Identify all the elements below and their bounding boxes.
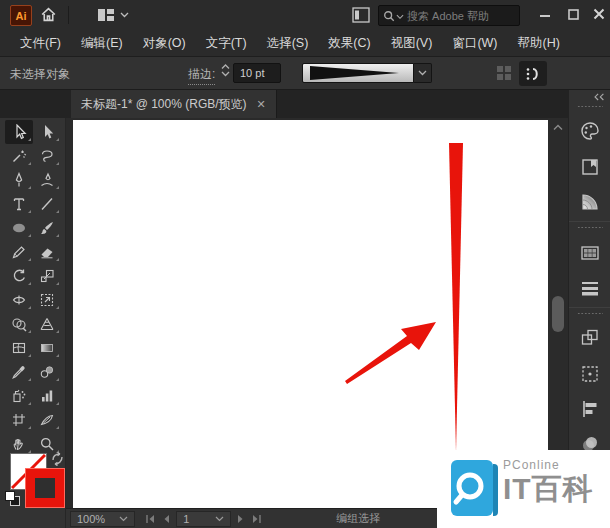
- dock-drag-handle[interactable]: [577, 226, 603, 230]
- titlebar-divider: [68, 6, 69, 24]
- tool-selection[interactable]: [5, 120, 33, 144]
- tool-pencil[interactable]: [5, 240, 33, 264]
- tool-ellipse[interactable]: [5, 216, 33, 240]
- tool-mesh[interactable]: [5, 336, 33, 360]
- watermark-title: IT百科: [503, 472, 594, 505]
- scale-icon: [39, 268, 55, 284]
- panel-swatches-grid[interactable]: [573, 239, 607, 265]
- tool-eyedropper[interactable]: [5, 360, 33, 384]
- width-tool-icon: [11, 292, 27, 308]
- default-fill-stroke-icon[interactable]: [5, 491, 22, 508]
- watermark: PConline IT百科: [437, 450, 610, 528]
- tool-free-transform[interactable]: [33, 288, 61, 312]
- tool-column-graph[interactable]: [33, 384, 61, 408]
- menubar: 文件(F) 编辑(E) 对象(O) 文字(T) 选择(S) 效果(C) 视图(V…: [0, 30, 610, 57]
- app-logo-icon[interactable]: Ai: [10, 5, 32, 26]
- close-button[interactable]: [586, 0, 610, 28]
- titlebar: Ai: [0, 0, 610, 30]
- menu-window[interactable]: 窗口(W): [442, 31, 507, 56]
- tools-panel: [0, 118, 66, 528]
- workspace-chevron-icon[interactable]: [120, 12, 129, 18]
- dock-drag-handle[interactable]: [577, 312, 603, 316]
- menu-effect[interactable]: 效果(C): [318, 31, 380, 56]
- maximize-button[interactable]: [560, 0, 586, 28]
- tool-blend[interactable]: [33, 360, 61, 384]
- first-artboard-icon[interactable]: [145, 514, 156, 524]
- panel-color-guide[interactable]: [573, 189, 607, 215]
- tool-direct-selection[interactable]: [33, 120, 61, 144]
- stroke-weight-stepper[interactable]: [221, 64, 230, 77]
- tool-slice[interactable]: [33, 408, 61, 432]
- collapse-dock-icon[interactable]: [592, 93, 606, 101]
- swap-fill-stroke-icon[interactable]: [50, 452, 65, 466]
- stroke-weight-input[interactable]: 10 pt: [233, 63, 281, 83]
- search-input[interactable]: [407, 10, 515, 22]
- menu-help[interactable]: 帮助(H): [508, 31, 570, 56]
- help-search[interactable]: [378, 5, 520, 26]
- menu-edit[interactable]: 编辑(E): [71, 31, 133, 56]
- stroke-indicator[interactable]: [25, 468, 65, 508]
- tool-pen[interactable]: [5, 168, 33, 192]
- tool-artboard[interactable]: [5, 408, 33, 432]
- mesh-icon: [11, 340, 27, 356]
- watermark-logo-icon: [451, 460, 493, 516]
- tool-curvature[interactable]: [33, 168, 61, 192]
- tool-shape-builder[interactable]: [5, 312, 33, 336]
- tool-magic-wand[interactable]: [5, 144, 33, 168]
- home-icon[interactable]: [40, 6, 57, 23]
- minimize-button[interactable]: [532, 0, 558, 28]
- tool-scale[interactable]: [33, 264, 61, 288]
- menu-view[interactable]: 视图(V): [381, 31, 443, 56]
- panel-align[interactable]: [573, 396, 607, 422]
- line-segment-icon: [39, 196, 55, 212]
- menu-type[interactable]: 文字(T): [196, 31, 257, 56]
- previous-artboard-icon[interactable]: [162, 514, 170, 524]
- panel-stroke[interactable]: [573, 275, 607, 301]
- width-profile-icon: [303, 64, 413, 82]
- color-panel-icon: [579, 120, 601, 142]
- tool-type[interactable]: [5, 192, 33, 216]
- dock-drag-handle[interactable]: [577, 105, 603, 109]
- tool-eraser[interactable]: [33, 240, 61, 264]
- artboards-panel-icon: [579, 363, 601, 385]
- panel-color[interactable]: [573, 118, 607, 144]
- scroll-up-icon[interactable]: [553, 124, 563, 131]
- tool-line-segment[interactable]: [33, 192, 61, 216]
- dock-control-button[interactable]: [519, 61, 547, 86]
- menu-object[interactable]: 对象(O): [133, 31, 196, 56]
- workspace-layout-icon[interactable]: [97, 8, 115, 22]
- panel-dock: [568, 90, 610, 508]
- menu-file[interactable]: 文件(F): [10, 31, 71, 56]
- next-artboard-icon[interactable]: [237, 514, 245, 524]
- brush-definition-chevron-icon[interactable]: [414, 63, 432, 83]
- tab-close-icon[interactable]: ✕: [257, 98, 266, 111]
- stroke-panel-icon: [579, 279, 601, 297]
- fill-stroke-area: [0, 451, 66, 528]
- tool-rotate[interactable]: [5, 264, 33, 288]
- layout-grid-icon[interactable]: [497, 66, 511, 80]
- artboard-number-select[interactable]: 1: [176, 511, 231, 527]
- tool-perspective-grid[interactable]: [33, 312, 61, 336]
- panel-transparency[interactable]: [573, 325, 607, 351]
- panel-artboards[interactable]: [573, 361, 607, 387]
- stroke-weight-label[interactable]: 描边:: [188, 66, 215, 85]
- tool-lasso[interactable]: [33, 144, 61, 168]
- zoom-chevron-icon: [119, 516, 128, 522]
- menu-select[interactable]: 选择(S): [257, 31, 319, 56]
- tool-width[interactable]: [5, 288, 33, 312]
- brush-definition-preview[interactable]: [302, 63, 414, 83]
- tool-gradient[interactable]: [33, 336, 61, 360]
- last-artboard-icon[interactable]: [251, 514, 262, 524]
- panel-swatch-book[interactable]: [573, 154, 607, 180]
- arrange-documents-icon[interactable]: [352, 7, 370, 23]
- zoom-level-select[interactable]: 100%: [70, 511, 135, 527]
- document-tab[interactable]: 未标题-1* @ 100% (RGB/预览) ✕: [71, 90, 277, 118]
- eraser-icon: [39, 244, 55, 260]
- no-selection-label: 未选择对象: [10, 66, 70, 83]
- tool-symbol-sprayer[interactable]: [5, 384, 33, 408]
- align-panel-icon: [579, 399, 601, 419]
- scrollbar-thumb[interactable]: [552, 296, 564, 332]
- rotate-icon: [11, 268, 27, 284]
- tool-paintbrush[interactable]: [33, 216, 61, 240]
- type-icon: [11, 196, 27, 212]
